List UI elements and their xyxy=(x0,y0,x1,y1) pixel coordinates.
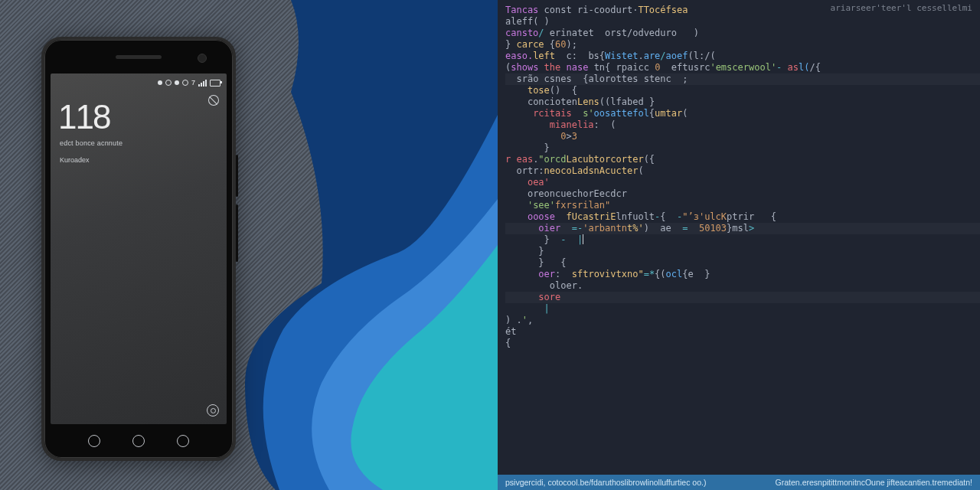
code-line[interactable]: conciotenLens((lfabed } xyxy=(505,96,980,108)
code-line[interactable]: } xyxy=(505,142,980,154)
code-line[interactable]: cansto/ erinatet orst/odveduro ) xyxy=(505,28,980,39)
emulator-pane: 7 118 edct bonce acnnute Kuroadex xyxy=(0,0,498,490)
nav-home-button[interactable] xyxy=(132,435,145,447)
code-line[interactable]: srão csnes {alorottes stenc ; xyxy=(505,74,980,85)
lockscreen-notification[interactable]: Kuroadex xyxy=(60,156,90,164)
code-line[interactable]: } xyxy=(505,246,980,257)
front-camera-icon xyxy=(198,54,207,63)
code-line[interactable]: tose() { xyxy=(505,85,980,96)
code-editor-pane: ariarseer'teer'l cessellelmi Tancas cons… xyxy=(498,0,980,490)
code-line[interactable]: ) .', xyxy=(505,315,980,326)
code-line[interactable]: oer: sftrovivtxno"=*{(ocl{e } xyxy=(505,269,980,280)
code-line[interactable]: aleff( ) xyxy=(505,16,980,28)
device-screen[interactable]: 7 118 edct bonce acnnute Kuroadex xyxy=(51,74,227,424)
code-line[interactable]: rcitais s'oosattefol{umtar( xyxy=(505,108,980,119)
ide-status-bar[interactable]: psivgercidi, cotocool.be/fdaruthoslibrow… xyxy=(498,475,980,490)
code-line[interactable]: (shows the nase tn{ rpaicc 0 eftusrc'ems… xyxy=(505,62,980,74)
code-line[interactable]: 'see'fxrsrilan" xyxy=(505,200,980,211)
code-line[interactable]: r eas."orcdLacubtorcorter({ xyxy=(505,154,980,165)
status-left[interactable]: psivgercidi, cotocool.be/fdaruthoslibrow… xyxy=(505,478,706,487)
status-dot-outline-icon xyxy=(182,80,188,86)
lockscreen-date: edct bonce acnnute xyxy=(60,139,122,147)
text-cursor xyxy=(583,234,583,244)
code-line[interactable]: oier =-'arbantnt%') ae = 50103}msl> xyxy=(505,223,980,234)
signal-strength-icon xyxy=(198,80,207,87)
nav-recents-button[interactable] xyxy=(177,435,189,447)
code-editor[interactable]: Tancas const ri-coodurt·TTocéfseaaleff( … xyxy=(498,0,980,475)
code-line[interactable]: oloer. xyxy=(505,280,980,292)
code-line[interactable]: oreoncuechorEecdcr xyxy=(505,188,980,200)
code-line[interactable]: ooose fUcastriElnfuolt-{ -"’з'ulcKptrir … xyxy=(505,211,980,223)
code-line[interactable]: { xyxy=(505,338,980,349)
code-line[interactable]: sore xyxy=(505,292,980,303)
status-dot-icon xyxy=(158,80,162,85)
code-line[interactable]: oea' xyxy=(505,177,980,188)
code-line[interactable]: ortr:neocoLadsnAcucter( xyxy=(505,165,980,177)
lockscreen-clock: 118 xyxy=(58,98,109,136)
code-line[interactable]: } { xyxy=(505,257,980,269)
code-line[interactable]: easo.left c: bs{Wistet.are/aoef(l:/( xyxy=(505,51,980,62)
code-line[interactable]: | xyxy=(505,303,980,315)
device-frame: 7 118 edct bonce acnnute Kuroadex xyxy=(41,37,236,461)
network-label: 7 xyxy=(191,79,195,87)
android-nav-bar xyxy=(51,429,227,453)
camera-shortcut-icon[interactable] xyxy=(207,404,219,416)
status-dot-icon xyxy=(175,80,179,85)
volume-button xyxy=(236,155,238,197)
code-line[interactable]: Tancas const ri-coodurt·TTocéfsea xyxy=(505,5,980,16)
status-dot-outline-icon xyxy=(165,80,172,86)
status-right[interactable]: Graten.eresnpitittmonitncOune jifteacant… xyxy=(776,478,972,487)
do-not-disturb-icon xyxy=(206,93,221,108)
code-line[interactable]: } - | xyxy=(505,234,980,246)
power-button xyxy=(236,204,238,262)
code-line[interactable]: } carce {60); xyxy=(505,39,980,51)
code-line[interactable]: 0>3 xyxy=(505,131,980,142)
battery-icon xyxy=(210,80,220,87)
code-line[interactable]: ét xyxy=(505,326,980,338)
code-line[interactable]: mianelia: ( xyxy=(505,119,980,131)
nav-back-button[interactable] xyxy=(88,435,100,447)
android-status-bar: 7 xyxy=(51,74,227,90)
